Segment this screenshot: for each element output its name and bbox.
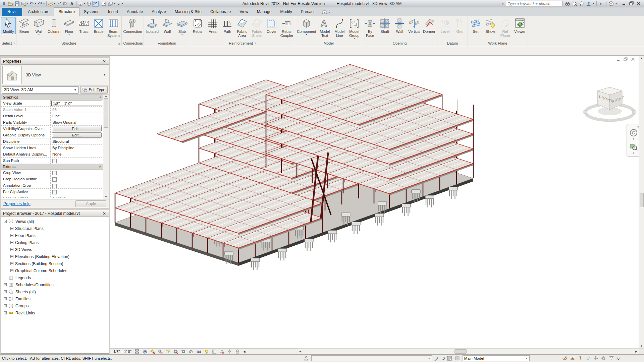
model-line-button[interactable]: ModelLine xyxy=(332,17,347,38)
help-icon[interactable]: ? xyxy=(608,1,614,7)
tab-precast[interactable]: Precast xyxy=(297,8,319,16)
tree-item-groups[interactable]: +Groups xyxy=(1,302,109,309)
chevron-down-icon[interactable]: ▼ xyxy=(103,73,106,76)
checkbox[interactable] xyxy=(52,159,57,163)
tree-item-families[interactable]: +Families xyxy=(1,295,109,302)
tree-item-views-all-[interactable]: -Views (all) xyxy=(1,218,109,225)
tab-modify[interactable]: Modify xyxy=(276,8,296,16)
expand-toggle[interactable]: + xyxy=(4,283,7,286)
scrollbar-thumb[interactable] xyxy=(640,193,644,207)
beam-button[interactable]: Beam xyxy=(17,17,32,34)
dialog-launcher-icon[interactable]: ⇲ xyxy=(140,42,143,45)
selection-settings-gear-icon[interactable] xyxy=(600,356,607,361)
tree-item-floor-plans[interactable]: +Floor Plans xyxy=(1,232,109,239)
expand-toggle[interactable]: + xyxy=(10,269,13,272)
crop-region-icon[interactable] xyxy=(180,349,187,354)
tab-massing-site[interactable]: Massing & Site xyxy=(170,8,206,16)
detail-level-icon[interactable] xyxy=(133,349,141,354)
hide-analytical-model-icon[interactable] xyxy=(218,349,226,354)
chevron-down-icon[interactable]: ▼ xyxy=(43,3,45,5)
expand-toggle[interactable]: + xyxy=(10,248,13,251)
favorites-star-icon[interactable] xyxy=(579,1,585,7)
isolated-button[interactable]: Isolated xyxy=(144,17,160,34)
horizontal-scrollbar[interactable]: ◀ ▶ xyxy=(298,348,639,354)
tab-architecture[interactable]: Architecture xyxy=(23,8,54,16)
chevron-down-icon[interactable]: ▼ xyxy=(633,152,635,154)
crop-view-off-icon[interactable] xyxy=(172,349,180,354)
tab-collaborate[interactable]: Collaborate xyxy=(206,8,235,16)
vertical-button[interactable]: Vertical xyxy=(407,17,422,34)
close-button[interactable] xyxy=(636,1,642,7)
text-icon[interactable]: A xyxy=(69,1,75,7)
restore-button[interactable] xyxy=(628,1,635,7)
chevron-down-icon[interactable]: ▼ xyxy=(593,3,595,5)
panel-label[interactable]: Select▼ xyxy=(1,40,16,46)
apply-button[interactable]: Apply xyxy=(75,200,106,207)
property-value[interactable]: 1000' 0" xyxy=(51,195,103,198)
select-by-face-toggle-icon[interactable] xyxy=(585,356,591,361)
redo-icon[interactable] xyxy=(37,1,43,7)
shaft-button[interactable]: Shaft xyxy=(377,17,392,34)
tree-item-sheets-all-[interactable]: +Sheets (all) xyxy=(1,288,109,295)
exchange-apps-icon[interactable]: X xyxy=(598,1,604,7)
ribbon-display-toggle[interactable]: ▼ xyxy=(322,10,330,14)
sun-path-off-icon[interactable] xyxy=(149,349,157,354)
edit-button[interactable]: Edit... xyxy=(52,132,102,138)
modify-button[interactable]: Modify xyxy=(1,17,16,34)
switch-windows-icon[interactable] xyxy=(107,1,114,7)
communication-center-icon[interactable] xyxy=(572,1,578,7)
checkbox[interactable] xyxy=(52,184,57,188)
tree-item-ceiling-plans[interactable]: +Ceiling Plans xyxy=(1,239,109,246)
tree-item-schedules-quantities[interactable]: +Schedules/Quantities xyxy=(1,281,109,288)
chevron-down-icon[interactable]: ▼ xyxy=(633,138,635,140)
temporary-view-properties-icon[interactable] xyxy=(211,349,218,354)
properties-header[interactable]: Properties ✕ xyxy=(1,58,109,65)
section-icon[interactable] xyxy=(86,1,92,7)
sync-with-central-icon[interactable] xyxy=(20,1,26,7)
property-value[interactable]: Structural xyxy=(51,138,103,144)
brace-button[interactable]: Brace xyxy=(91,17,106,34)
steering-wheel-icon[interactable] xyxy=(629,128,638,137)
infocenter-collapse-icon[interactable]: ▸ xyxy=(503,2,504,5)
property-value[interactable]: None xyxy=(51,151,103,157)
edit-button[interactable]: Edit... xyxy=(52,126,102,131)
properties-scrollbar[interactable]: ▲ ▼ xyxy=(103,95,109,199)
expand-toggle[interactable]: + xyxy=(10,262,13,265)
search-input[interactable] xyxy=(506,1,563,6)
tag-by-category-icon[interactable] xyxy=(62,1,69,7)
minimize-button[interactable] xyxy=(621,1,628,7)
expand-toggle[interactable]: + xyxy=(4,297,7,300)
component-button[interactable]: Component▼ xyxy=(296,17,317,37)
view-cube[interactable]: FRONT RIGHT xyxy=(581,80,639,124)
floor-button[interactable]: Floor▼ xyxy=(62,17,76,37)
zoom-region-icon[interactable] xyxy=(630,143,638,151)
checkbox[interactable] xyxy=(52,171,57,175)
show-button[interactable]: Show xyxy=(483,17,498,34)
drag-on-selection-toggle-icon[interactable] xyxy=(593,356,599,361)
checkbox[interactable] xyxy=(52,190,57,194)
expand-toggle[interactable]: + xyxy=(10,234,13,237)
close-icon[interactable]: ✕ xyxy=(102,211,107,216)
filter-icon[interactable] xyxy=(608,356,615,361)
scrollbar-thumb[interactable] xyxy=(104,98,108,128)
customize-qat-icon[interactable] xyxy=(116,1,122,7)
view-minimize-icon[interactable] xyxy=(616,57,621,62)
select-pinned-toggle-icon[interactable] xyxy=(577,356,584,361)
collapse-toggle[interactable]: - xyxy=(4,220,7,223)
aligned-dimension-icon[interactable] xyxy=(56,1,62,7)
edit-type-button[interactable]: Edit Type xyxy=(80,86,108,94)
expand-toggle[interactable]: + xyxy=(4,304,7,307)
active-workset-dropdown[interactable]: ▼ xyxy=(311,355,432,361)
scroll-left-icon[interactable]: ◀ xyxy=(298,350,303,353)
vertical-scrollbar[interactable]: ▲ ▼ xyxy=(639,56,644,348)
property-value[interactable]: Fine xyxy=(51,113,103,119)
app-logo-icon[interactable]: R xyxy=(1,1,7,7)
tree-item-graphical-column-schedules[interactable]: +Graphical Column Schedules xyxy=(1,267,109,274)
wall-button[interactable]: Wall xyxy=(160,17,175,34)
sun-settings-icon[interactable] xyxy=(164,349,172,354)
path-button[interactable]: Path xyxy=(220,17,235,34)
expand-toggle[interactable]: + xyxy=(4,290,7,293)
chevron-down-icon[interactable]: ▼ xyxy=(615,3,617,5)
search-binoculars-icon[interactable] xyxy=(565,1,571,7)
chevron-down-icon[interactable]: ▼ xyxy=(26,3,28,5)
